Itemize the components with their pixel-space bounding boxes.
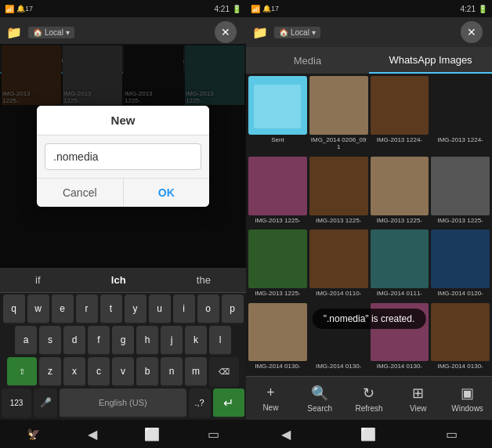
key-space[interactable]: English (US) bbox=[60, 388, 186, 418]
file-thumb-3 bbox=[431, 76, 490, 135]
key-c[interactable]: c bbox=[88, 357, 110, 387]
file-item-9[interactable]: IMG-2014 0110- bbox=[309, 229, 368, 300]
toolbar-windows-button[interactable]: ▣ Windows bbox=[443, 385, 492, 413]
key-g[interactable]: g bbox=[112, 326, 134, 356]
toolbar-new-button[interactable]: + New bbox=[246, 385, 295, 412]
key-backspace[interactable]: ⌫ bbox=[209, 357, 239, 387]
file-item-3[interactable]: IMG-2013 1224- bbox=[431, 76, 490, 154]
key-j[interactable]: j bbox=[161, 326, 183, 356]
key-a[interactable]: a bbox=[15, 326, 37, 356]
file-item-4[interactable]: IMG-2013 1225- bbox=[248, 157, 307, 227]
key-f[interactable]: f bbox=[88, 326, 110, 356]
key-w[interactable]: w bbox=[27, 294, 49, 324]
key-b[interactable]: b bbox=[136, 357, 158, 387]
key-e[interactable]: e bbox=[52, 294, 74, 324]
refresh-icon: ↻ bbox=[363, 385, 374, 402]
file-thumb-1 bbox=[309, 76, 368, 135]
keyboard-suggestions: if lch the bbox=[0, 268, 246, 293]
right-local-icon: 🏠 bbox=[279, 28, 288, 37]
file-item-8[interactable]: IMG-2013 1225- bbox=[248, 229, 307, 300]
key-d[interactable]: d bbox=[63, 326, 85, 356]
left-battery-icon: 🔋 bbox=[232, 5, 241, 13]
file-name-14: IMG-2014 0130- bbox=[377, 363, 422, 370]
suggestion-the[interactable]: the bbox=[197, 274, 211, 286]
key-123[interactable]: 123 bbox=[2, 388, 31, 418]
suggestion-ich[interactable]: lch bbox=[111, 274, 126, 286]
left-nav-bar: 🦅 ◀ ⬜ ▭ bbox=[0, 420, 246, 448]
keyboard-rows: q w e r t y u i o p a s d f g h j k bbox=[0, 293, 246, 420]
key-r[interactable]: r bbox=[76, 294, 98, 324]
file-item-1[interactable]: IMG_2014 0206_091 bbox=[309, 76, 368, 154]
key-v[interactable]: v bbox=[112, 357, 134, 387]
new-file-dialog: New Cancel OK bbox=[37, 106, 209, 207]
dialog-input[interactable] bbox=[45, 143, 201, 170]
key-x[interactable]: x bbox=[63, 357, 85, 387]
right-tab-media[interactable]: Media bbox=[246, 47, 369, 74]
key-shift[interactable]: ⇧ bbox=[7, 357, 37, 387]
key-z[interactable]: z bbox=[39, 357, 61, 387]
file-grid: Sent IMG_2014 0206_091 IMG-2013 1224- IM… bbox=[246, 74, 492, 376]
key-s[interactable]: s bbox=[39, 326, 61, 356]
toolbar-refresh-button[interactable]: ↻ Refresh bbox=[345, 385, 394, 413]
key-enter[interactable]: ↵ bbox=[213, 388, 244, 418]
key-o[interactable]: o bbox=[197, 294, 219, 324]
key-i[interactable]: i bbox=[173, 294, 195, 324]
key-m[interactable]: m bbox=[185, 357, 207, 387]
right-back-button[interactable]: ◀ bbox=[281, 427, 291, 442]
left-top-bar: 📁 🏠 Local ▾ ✕ bbox=[0, 17, 246, 47]
key-n[interactable]: n bbox=[161, 357, 183, 387]
right-close-button[interactable]: ✕ bbox=[461, 21, 483, 43]
file-item-11[interactable]: IMG-2014 0120- bbox=[431, 229, 490, 300]
toolbar-search-button[interactable]: 🔍 Search bbox=[295, 385, 345, 413]
right-panel: 📶 🔔17 4:21 🔋 📁 🏠 Local ▾ ✕ Media WhatsAp… bbox=[246, 0, 492, 448]
suggestion-if[interactable]: if bbox=[35, 274, 41, 286]
new-icon: + bbox=[266, 385, 275, 401]
file-thumb-12 bbox=[248, 303, 307, 362]
key-h[interactable]: h bbox=[136, 326, 158, 356]
file-thumb-8 bbox=[248, 229, 307, 288]
file-item-2[interactable]: IMG-2013 1224- bbox=[371, 76, 429, 154]
file-item-6[interactable]: IMG-2013 1225- bbox=[371, 157, 429, 227]
file-item-5[interactable]: IMG-2013 1225- bbox=[309, 157, 368, 227]
right-recents-button[interactable]: ▭ bbox=[446, 427, 458, 442]
left-recents-button[interactable]: ▭ bbox=[208, 427, 219, 442]
file-item-10[interactable]: IMG-2014 0111- bbox=[371, 229, 429, 300]
key-p[interactable]: p bbox=[222, 294, 244, 324]
file-name-1: IMG_2014 0206_091 bbox=[309, 136, 368, 151]
right-folder-icon: 📁 bbox=[252, 25, 268, 40]
key-k[interactable]: k bbox=[185, 326, 207, 356]
right-top-bar: 📁 🏠 Local ▾ ✕ bbox=[246, 17, 492, 47]
right-home-button[interactable]: ⬜ bbox=[360, 427, 376, 442]
key-y[interactable]: y bbox=[125, 294, 147, 324]
left-location: 📁 🏠 Local ▾ bbox=[6, 25, 74, 40]
dialog-cancel-button[interactable]: Cancel bbox=[37, 179, 124, 207]
key-punctuation[interactable]: .,? bbox=[189, 388, 211, 418]
left-home-button[interactable]: ⬜ bbox=[144, 427, 160, 442]
file-name-12: IMG-2014 0130- bbox=[255, 363, 300, 370]
right-notif-icon: 🔔17 bbox=[262, 5, 279, 13]
key-l[interactable]: l bbox=[209, 326, 231, 356]
key-row-4: 123 🎤 English (US) .,? ↵ bbox=[2, 388, 244, 418]
dialog-ok-button[interactable]: OK bbox=[124, 179, 210, 207]
view-icon: ⊞ bbox=[412, 385, 424, 402]
left-back-button[interactable]: ◀ bbox=[88, 427, 97, 442]
file-item-12[interactable]: IMG-2014 0130- bbox=[248, 303, 307, 374]
file-name-15: IMG-2014 0130- bbox=[437, 363, 483, 370]
file-name-6: IMG-2013 1225- bbox=[377, 217, 422, 225]
toast-message: ".nomedia" is created. bbox=[313, 309, 426, 329]
dialog-title: New bbox=[37, 106, 209, 135]
key-mic[interactable]: 🎤 bbox=[34, 388, 57, 418]
key-t[interactable]: t bbox=[100, 294, 122, 324]
left-panel: 📶 🔔17 4:21 🔋 📁 🏠 Local ▾ ✕ Media WhatsAp… bbox=[0, 0, 246, 448]
key-u[interactable]: u bbox=[149, 294, 171, 324]
key-q[interactable]: q bbox=[3, 294, 25, 324]
right-badge-arrow: ▾ bbox=[312, 28, 316, 37]
file-item-7[interactable]: IMG-2013 1225- bbox=[431, 157, 490, 227]
left-close-button[interactable]: ✕ bbox=[215, 21, 237, 43]
file-item-15[interactable]: IMG-2014 0130- bbox=[431, 303, 490, 374]
toolbar-view-button[interactable]: ⊞ View bbox=[393, 385, 443, 413]
right-tab-whatsapp[interactable]: WhatsApp Images bbox=[369, 47, 492, 74]
file-item-sent[interactable]: Sent bbox=[248, 76, 307, 154]
right-bottom-toolbar: + New 🔍 Search ↻ Refresh ⊞ View ▣ Window… bbox=[246, 376, 492, 420]
file-thumb-15 bbox=[431, 303, 490, 362]
